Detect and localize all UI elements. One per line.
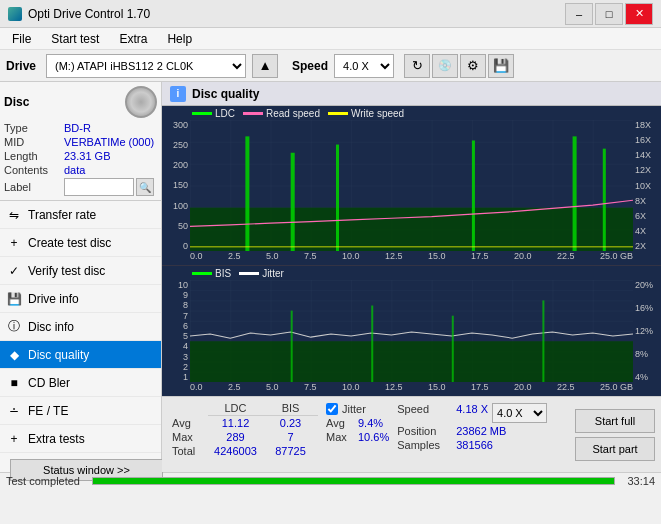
jitter-max-row: Max 10.6%	[326, 431, 389, 443]
x-2.5: 2.5	[228, 251, 241, 265]
menu-starttest[interactable]: Start test	[43, 30, 107, 48]
y-right-10x: 10X	[635, 181, 651, 191]
y-upper-50: 50	[178, 221, 188, 231]
menu-help[interactable]: Help	[159, 30, 200, 48]
charts-area: LDC Read speed Write speed 300 250 20	[162, 106, 661, 396]
nav-fe-te[interactable]: ∸ FE / TE	[0, 397, 161, 425]
toolbar-icons: ↻ 💿 ⚙ 💾	[404, 54, 514, 78]
contents-label: Contents	[4, 164, 64, 176]
x-7.5: 7.5	[304, 251, 317, 265]
total-ldc: 4246003	[208, 444, 263, 458]
lower-chart-svg	[190, 280, 633, 382]
jitter-avg-val: 9.4%	[358, 417, 383, 429]
ldc-bis-table: LDC BIS Avg 11.12 0.23 Max 289	[168, 401, 318, 458]
disc-contents-row: Contents data	[4, 164, 157, 176]
menu-file[interactable]: File	[4, 30, 39, 48]
svg-rect-5	[336, 145, 339, 251]
position-row: Position 23862 MB	[397, 425, 547, 437]
svg-rect-7	[573, 136, 577, 251]
disc-info-icon: ⓘ	[6, 319, 22, 335]
status-time: 33:14	[627, 475, 655, 487]
type-value: BD-R	[64, 122, 157, 134]
y-right-upper: 18X 16X 14X 12X 10X 8X 6X 4X 2X	[633, 120, 661, 251]
chart-title: Disc quality	[192, 87, 259, 101]
svg-rect-15	[452, 316, 454, 382]
samples-row: Samples 381566	[397, 439, 547, 451]
eject-button[interactable]: ▲	[252, 54, 278, 78]
x-10: 10.0	[342, 251, 360, 265]
status-text: Test completed	[6, 475, 80, 487]
nav-fe-te-label: FE / TE	[28, 404, 68, 418]
total-row: Total 4246003 87725	[168, 444, 318, 458]
titlebar-title: Opti Drive Control 1.70	[28, 7, 150, 21]
nav-disc-info-label: Disc info	[28, 320, 74, 334]
titlebar-left: Opti Drive Control 1.70	[8, 7, 150, 21]
maximize-button[interactable]: □	[595, 3, 623, 25]
main-layout: Disc Type BD-R MID VERBATIMe (000) Lengt…	[0, 82, 661, 472]
disc-button[interactable]: 💿	[432, 54, 458, 78]
nav-disc-info[interactable]: ⓘ Disc info	[0, 313, 161, 341]
disc-header: Disc	[4, 86, 157, 118]
refresh-button[interactable]: ↻	[404, 54, 430, 78]
menu-extra[interactable]: Extra	[111, 30, 155, 48]
jitter-max-label: Max	[326, 431, 356, 443]
nav-drive-info-label: Drive info	[28, 292, 79, 306]
x-25: 25.0 GB	[600, 251, 633, 265]
svg-rect-12	[190, 341, 633, 382]
label-input[interactable]	[64, 178, 134, 196]
verify-icon: ✓	[6, 263, 22, 279]
disc-section: Disc Type BD-R MID VERBATIMe (000) Lengt…	[0, 82, 161, 201]
jitter-checkbox[interactable]	[326, 403, 338, 415]
save-button[interactable]: 💾	[488, 54, 514, 78]
nav-cd-bler[interactable]: ■ CD Bler	[0, 369, 161, 397]
label-icon-button[interactable]: 🔍	[136, 178, 154, 196]
nav-create-test-disc[interactable]: + Create test disc	[0, 229, 161, 257]
length-value: 23.31 GB	[64, 150, 157, 162]
drive-info-icon: 💾	[6, 291, 22, 307]
total-bis: 87725	[263, 444, 318, 458]
y-upper-200: 200	[173, 160, 188, 170]
speed-select[interactable]: 4.0 X	[334, 54, 394, 78]
nav-transfer-rate[interactable]: ⇋ Transfer rate	[0, 201, 161, 229]
drive-label: Drive	[6, 59, 36, 73]
start-full-button[interactable]: Start full	[575, 409, 655, 433]
read-legend: Read speed	[243, 108, 320, 119]
minimize-button[interactable]: –	[565, 3, 593, 25]
drive-toolbar: Drive (M:) ATAPI iHBS112 2 CL0K ▲ Speed …	[0, 50, 661, 82]
drive-select[interactable]: (M:) ATAPI iHBS112 2 CL0K	[46, 54, 246, 78]
bis-label: BIS	[215, 268, 231, 279]
bis-legend: BIS	[192, 268, 231, 279]
upper-chart-svg	[190, 120, 633, 251]
stats-row: LDC BIS Avg 11.12 0.23 Max 289	[162, 396, 661, 472]
y-left-upper: 300 250 200 150 100 50 0	[162, 120, 190, 251]
nav-disc-quality[interactable]: ◆ Disc quality	[0, 341, 161, 369]
nav-create-label: Create test disc	[28, 236, 111, 250]
nav-verify-test-disc[interactable]: ✓ Verify test disc	[0, 257, 161, 285]
max-row: Max 289 7	[168, 430, 318, 444]
settings-button[interactable]: ⚙	[460, 54, 486, 78]
nav-cd-bler-label: CD Bler	[28, 376, 70, 390]
max-bis: 7	[263, 430, 318, 444]
start-part-button[interactable]: Start part	[575, 437, 655, 461]
chart-info-icon: i	[170, 86, 186, 102]
nav-drive-info[interactable]: 💾 Drive info	[0, 285, 161, 313]
nav-items: ⇋ Transfer rate + Create test disc ✓ Ver…	[0, 201, 161, 453]
length-label: Length	[4, 150, 64, 162]
ldc-label: LDC	[215, 108, 235, 119]
avg-row: Avg 11.12 0.23	[168, 416, 318, 431]
svg-rect-16	[542, 300, 544, 382]
nav-extra-tests[interactable]: + Extra tests	[0, 425, 161, 453]
y-upper-150: 150	[173, 180, 188, 190]
speed-target-select[interactable]: 4.0 X	[492, 403, 547, 423]
nav-transfer-rate-label: Transfer rate	[28, 208, 96, 222]
app-icon	[8, 7, 22, 21]
total-label: Total	[168, 444, 208, 458]
x-labels-upper: 0.0 2.5 5.0 7.5 10.0 12.5 15.0 17.5 20.0…	[190, 251, 633, 265]
jitter-avg-label: Avg	[326, 417, 356, 429]
jitter-label: Jitter	[262, 268, 284, 279]
menubar: File Start test Extra Help	[0, 28, 661, 50]
y-right-8x: 8X	[635, 196, 646, 206]
fe-te-icon: ∸	[6, 403, 22, 419]
close-button[interactable]: ✕	[625, 3, 653, 25]
titlebar: Opti Drive Control 1.70 – □ ✕	[0, 0, 661, 28]
